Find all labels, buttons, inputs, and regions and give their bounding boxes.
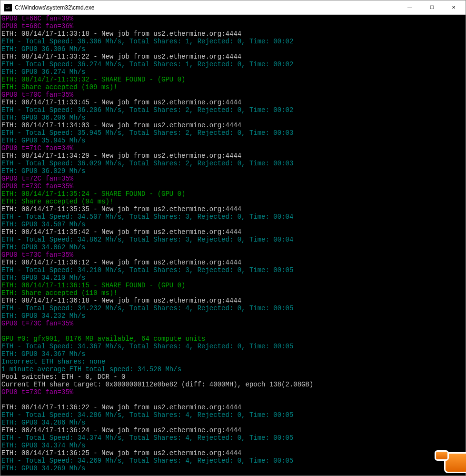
terminal-line: ETH: 08/14/17-11:35:24 - SHARE FOUND - (… — [1, 190, 465, 198]
terminal-line: Current ETH share target: 0x0000000112e0… — [1, 381, 465, 388]
terminal-output[interactable]: GPU0 t=66C fan=39%GPU0 t=68C fan=36%ETH:… — [0, 15, 466, 476]
terminal-line: ETH: GPU0 34.374 Mh/s — [1, 442, 465, 449]
cmd-icon: C:\ — [4, 4, 12, 11]
terminal-line: GPU0 t=73C fan=35% — [1, 320, 465, 327]
terminal-line: ETH - Total Speed: 36.029 Mh/s, Total Sh… — [1, 160, 465, 167]
terminal-line: ETH: GPU0 36.274 Mh/s — [1, 68, 465, 76]
terminal-line: ETH: 08/14/17-11:36:15 - SHARE FOUND - (… — [1, 282, 465, 289]
terminal-line: ETH: GPU0 34.507 Mh/s — [1, 221, 465, 228]
terminal-line: GPU0 t=71C fan=34% — [1, 144, 465, 152]
maximize-button[interactable]: ☐ — [421, 1, 443, 14]
terminal-line: ETH: 08/14/17-11:36:12 - New job from us… — [1, 259, 465, 266]
terminal-line: ETH: 08/14/17-11:33:32 - SHARE FOUND - (… — [1, 76, 465, 83]
terminal-line: GPU0 t=72C fan=35% — [1, 175, 465, 182]
terminal-line: ETH: Share accepted (110 ms)! — [1, 289, 465, 297]
terminal-line: GPU0 t=70C fan=35% — [1, 91, 465, 99]
terminal-line: ETH: Share accepted (94 ms)! — [1, 198, 465, 205]
terminal-line: GPU0 t=73C fan=35% — [1, 388, 465, 396]
terminal-line: ETH: GPU0 34.269 Mh/s — [1, 465, 465, 472]
terminal-line: ETH: 08/14/17-11:36:18 - New job from us… — [1, 297, 465, 304]
terminal-line: ETH - Total Speed: 34.507 Mh/s, Total Sh… — [1, 213, 465, 221]
terminal-line: ETH - Total Speed: 36.206 Mh/s, Total Sh… — [1, 106, 465, 114]
terminal-line: ETH - Total Speed: 35.945 Mh/s, Total Sh… — [1, 129, 465, 137]
terminal-line: ETH - Total Speed: 34.367 Mh/s, Total Sh… — [1, 343, 465, 350]
cmd-window: C:\ C:\Windows\system32\cmd.exe — ☐ ✕ GP… — [0, 0, 466, 476]
terminal-line: ETH - Total Speed: 34.286 Mh/s, Total Sh… — [1, 411, 465, 419]
terminal-line: ETH: GPU0 34.286 Mh/s — [1, 419, 465, 426]
svg-text:C:\: C:\ — [6, 6, 10, 10]
terminal-line: GPU0 t=68C fan=36% — [1, 22, 465, 30]
terminal-line: 1 minute average ETH total speed: 34.528… — [1, 365, 465, 373]
terminal-line: ETH: 08/14/17-11:34:03 - New job from us… — [1, 122, 465, 129]
terminal-line: ETH: 08/14/17-11:36:24 - New job from us… — [1, 426, 465, 434]
terminal-line: GPU0 t=73C fan=35% — [1, 251, 465, 259]
terminal-line: ETH - Total Speed: 36.274 Mh/s, Total Sh… — [1, 61, 465, 68]
terminal-line: ETH: GPU0 36.029 Mh/s — [1, 167, 465, 175]
terminal-line: ETH: GPU0 34.232 Mh/s — [1, 312, 465, 320]
window-controls: — ☐ ✕ — [399, 1, 465, 14]
close-button[interactable]: ✕ — [443, 1, 465, 14]
terminal-line: GPU0 t=66C fan=39% — [1, 15, 465, 22]
terminal-line: ETH - Total Speed: 34.269 Mh/s, Total Sh… — [1, 457, 465, 465]
terminal-line: ETH: GPU0 34.367 Mh/s — [1, 350, 465, 358]
terminal-line: ETH: 08/14/17-11:36:22 - New job from us… — [1, 404, 465, 411]
terminal-line: ETH: 08/14/17-11:33:18 - New job from us… — [1, 30, 465, 38]
terminal-line: GPU #0: gfx901, 8176 MB available, 64 co… — [1, 335, 465, 343]
terminal-line: ETH: GPU0 36.306 Mh/s — [1, 45, 465, 53]
terminal-line: ETH: Share accepted (109 ms)! — [1, 83, 465, 91]
terminal-line: ETH: GPU0 35.945 Mh/s — [1, 137, 465, 144]
terminal-line: GPU0 t=73C fan=35% — [1, 182, 465, 190]
terminal-line: ETH - Total Speed: 34.862 Mh/s, Total Sh… — [1, 236, 465, 243]
terminal-line: ETH - Total Speed: 34.374 Mh/s, Total Sh… — [1, 434, 465, 442]
terminal-line: ETH: 08/14/17-11:35:35 - New job from us… — [1, 205, 465, 213]
terminal-line: ETH: GPU0 36.206 Mh/s — [1, 114, 465, 122]
terminal-line: ETH: 08/14/17-11:33:45 - New job from us… — [1, 99, 465, 106]
titlebar[interactable]: C:\ C:\Windows\system32\cmd.exe — ☐ ✕ — [0, 0, 466, 15]
terminal-line: Pool switches: ETH - 0, DCR - 0 — [1, 373, 465, 381]
terminal-line: ETH: 08/14/17-11:33:22 - New job from us… — [1, 53, 465, 61]
terminal-line: ETH: 08/14/17-11:35:42 - New job from us… — [1, 228, 465, 236]
terminal-line: ETH - Total Speed: 34.232 Mh/s, Total Sh… — [1, 304, 465, 312]
terminal-line: ETH - Total Speed: 34.210 Mh/s, Total Sh… — [1, 266, 465, 274]
terminal-line: ETH: GPU0 34.210 Mh/s — [1, 274, 465, 282]
terminal-line: ETH: GPU0 34.862 Mh/s — [1, 243, 465, 251]
terminal-line: ETH - Total Speed: 36.306 Mh/s, Total Sh… — [1, 38, 465, 45]
terminal-line: ETH: 08/14/17-11:34:29 - New job from us… — [1, 152, 465, 160]
terminal-line — [1, 396, 465, 404]
minimize-button[interactable]: — — [399, 1, 421, 14]
terminal-line: ETH: 08/14/17-11:36:25 - New job from us… — [1, 449, 465, 457]
window-title: C:\Windows\system32\cmd.exe — [15, 4, 399, 11]
terminal-line — [1, 327, 465, 335]
terminal-line: Incorrect ETH shares: none — [1, 358, 465, 365]
